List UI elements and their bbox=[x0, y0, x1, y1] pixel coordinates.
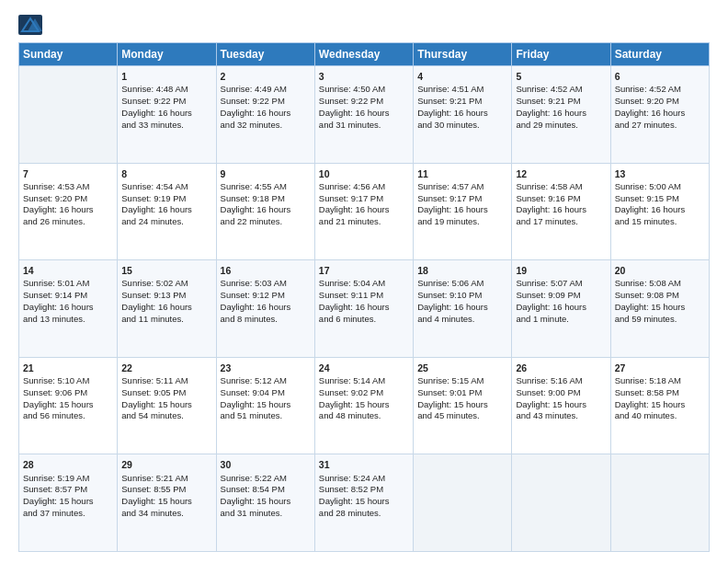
cell-info-line: Sunrise: 5:16 AM bbox=[516, 375, 606, 387]
day-number: 15 bbox=[121, 264, 211, 277]
cell-info-line: Sunrise: 4:58 AM bbox=[516, 181, 606, 193]
col-header-sunday: Sunday bbox=[19, 43, 118, 66]
cell-info-line: and 54 minutes. bbox=[121, 410, 211, 422]
cell-info-line: Sunset: 9:17 PM bbox=[319, 193, 409, 205]
cell-info-line: and 59 minutes. bbox=[615, 314, 705, 326]
cell-info-line: Daylight: 16 hours bbox=[417, 302, 507, 314]
cell-info-line: Daylight: 15 hours bbox=[319, 399, 409, 411]
cell-5-6 bbox=[512, 454, 610, 552]
cell-5-5 bbox=[414, 454, 512, 552]
cell-1-6: 5Sunrise: 4:52 AMSunset: 9:21 PMDaylight… bbox=[512, 66, 610, 164]
cell-4-3: 23Sunrise: 5:12 AMSunset: 9:04 PMDayligh… bbox=[216, 357, 314, 454]
cell-info-line: Sunrise: 4:53 AM bbox=[23, 181, 113, 193]
day-number: 7 bbox=[23, 167, 113, 180]
cell-info-line: Sunset: 9:17 PM bbox=[417, 193, 507, 205]
week-row-3: 14Sunrise: 5:01 AMSunset: 9:14 PMDayligh… bbox=[19, 260, 710, 358]
col-header-monday: Monday bbox=[118, 43, 216, 66]
day-number: 12 bbox=[516, 167, 606, 180]
cell-info-line: and 51 minutes. bbox=[221, 410, 311, 422]
cell-info-line: Sunrise: 4:52 AM bbox=[615, 84, 705, 96]
col-header-wednesday: Wednesday bbox=[314, 43, 413, 66]
cell-info-line: Sunset: 9:15 PM bbox=[615, 193, 705, 205]
calendar-body: 1Sunrise: 4:48 AMSunset: 9:22 PMDaylight… bbox=[19, 66, 710, 552]
day-number: 10 bbox=[319, 167, 409, 180]
cell-info-line: Sunrise: 5:02 AM bbox=[121, 278, 211, 290]
col-header-friday: Friday bbox=[512, 43, 610, 66]
cell-2-1: 7Sunrise: 4:53 AMSunset: 9:20 PMDaylight… bbox=[19, 163, 118, 260]
col-header-thursday: Thursday bbox=[414, 43, 512, 66]
cell-info-line: Daylight: 16 hours bbox=[516, 204, 606, 216]
cell-1-2: 1Sunrise: 4:48 AMSunset: 9:22 PMDaylight… bbox=[118, 66, 216, 164]
cell-info-line: and 1 minute. bbox=[516, 314, 606, 326]
cell-info-line: Daylight: 15 hours bbox=[121, 399, 211, 411]
cell-3-1: 14Sunrise: 5:01 AMSunset: 9:14 PMDayligh… bbox=[19, 260, 118, 358]
cell-info-line: Sunrise: 5:07 AM bbox=[516, 278, 606, 290]
day-number: 3 bbox=[319, 70, 409, 83]
day-number: 26 bbox=[516, 362, 606, 374]
cell-info-line: Sunrise: 5:15 AM bbox=[417, 375, 507, 387]
cell-info-line: Sunset: 9:19 PM bbox=[121, 193, 211, 205]
cell-3-3: 16Sunrise: 5:03 AMSunset: 9:12 PMDayligh… bbox=[216, 260, 314, 358]
calendar-table: SundayMondayTuesdayWednesdayThursdayFrid… bbox=[18, 42, 710, 552]
week-row-1: 1Sunrise: 4:48 AMSunset: 9:22 PMDaylight… bbox=[19, 66, 710, 164]
day-number: 4 bbox=[417, 70, 507, 83]
cell-info-line: Sunrise: 5:00 AM bbox=[615, 181, 705, 193]
cell-info-line: and 43 minutes. bbox=[516, 410, 606, 422]
logo bbox=[18, 15, 44, 35]
cell-info-line: Sunrise: 4:56 AM bbox=[319, 181, 409, 193]
day-number: 30 bbox=[221, 458, 311, 471]
cell-info-line: and 8 minutes. bbox=[221, 314, 311, 326]
day-number: 5 bbox=[516, 70, 606, 83]
cell-info-line: Sunset: 9:09 PM bbox=[516, 290, 606, 302]
day-number: 19 bbox=[516, 264, 606, 277]
cell-info-line: Sunset: 9:06 PM bbox=[23, 387, 113, 399]
day-number: 24 bbox=[319, 362, 409, 374]
cell-info-line: Sunrise: 4:54 AM bbox=[121, 181, 211, 193]
cell-info-line: and 40 minutes. bbox=[615, 410, 705, 422]
logo-icon bbox=[18, 15, 42, 35]
cell-info-line: Daylight: 16 hours bbox=[319, 204, 409, 216]
cell-info-line: Sunrise: 5:22 AM bbox=[221, 473, 311, 485]
cell-info-line: and 11 minutes. bbox=[121, 314, 211, 326]
cell-info-line: Daylight: 16 hours bbox=[121, 108, 211, 120]
cell-info-line: Sunrise: 5:08 AM bbox=[615, 278, 705, 290]
cell-info-line: Daylight: 16 hours bbox=[319, 302, 409, 314]
week-row-4: 21Sunrise: 5:10 AMSunset: 9:06 PMDayligh… bbox=[19, 357, 710, 454]
cell-info-line: Daylight: 16 hours bbox=[121, 302, 211, 314]
cell-info-line: and 26 minutes. bbox=[23, 216, 113, 228]
day-number: 28 bbox=[23, 458, 113, 471]
day-number: 6 bbox=[615, 70, 705, 83]
cell-info-line: Sunset: 9:13 PM bbox=[121, 290, 211, 302]
cell-5-7 bbox=[610, 454, 709, 552]
cell-info-line: Sunset: 9:05 PM bbox=[121, 387, 211, 399]
cell-info-line: Sunrise: 5:21 AM bbox=[121, 473, 211, 485]
cell-4-5: 25Sunrise: 5:15 AMSunset: 9:01 PMDayligh… bbox=[414, 357, 512, 454]
cell-1-4: 3Sunrise: 4:50 AMSunset: 9:22 PMDaylight… bbox=[314, 66, 413, 164]
cell-5-1: 28Sunrise: 5:19 AMSunset: 8:57 PMDayligh… bbox=[19, 454, 118, 552]
cell-info-line: Sunrise: 4:57 AM bbox=[417, 181, 507, 193]
day-number: 31 bbox=[319, 458, 409, 471]
header-row: SundayMondayTuesdayWednesdayThursdayFrid… bbox=[19, 43, 710, 66]
cell-info-line: Sunset: 8:52 PM bbox=[319, 484, 409, 496]
cell-info-line: Daylight: 16 hours bbox=[516, 108, 606, 120]
cell-info-line: Daylight: 15 hours bbox=[516, 399, 606, 411]
cell-info-line: Daylight: 16 hours bbox=[221, 204, 311, 216]
cell-info-line: Daylight: 16 hours bbox=[221, 302, 311, 314]
cell-info-line: Sunrise: 5:10 AM bbox=[23, 375, 113, 387]
cell-info-line: Sunrise: 5:03 AM bbox=[221, 278, 311, 290]
cell-info-line: Sunset: 9:14 PM bbox=[23, 290, 113, 302]
cell-info-line: and 33 minutes. bbox=[121, 120, 211, 132]
week-row-5: 28Sunrise: 5:19 AMSunset: 8:57 PMDayligh… bbox=[19, 454, 710, 552]
cell-info-line: and 31 minutes. bbox=[319, 120, 409, 132]
cell-info-line: Daylight: 15 hours bbox=[23, 496, 113, 508]
cell-info-line: Sunrise: 5:04 AM bbox=[319, 278, 409, 290]
col-header-saturday: Saturday bbox=[610, 43, 709, 66]
cell-3-5: 18Sunrise: 5:06 AMSunset: 9:10 PMDayligh… bbox=[414, 260, 512, 358]
cell-4-1: 21Sunrise: 5:10 AMSunset: 9:06 PMDayligh… bbox=[19, 357, 118, 454]
cell-2-4: 10Sunrise: 4:56 AMSunset: 9:17 PMDayligh… bbox=[314, 163, 413, 260]
cell-info-line: Sunset: 9:04 PM bbox=[221, 387, 311, 399]
cell-2-2: 8Sunrise: 4:54 AMSunset: 9:19 PMDaylight… bbox=[118, 163, 216, 260]
cell-1-5: 4Sunrise: 4:51 AMSunset: 9:21 PMDaylight… bbox=[414, 66, 512, 164]
cell-info-line: Sunset: 9:22 PM bbox=[319, 96, 409, 108]
cell-info-line: Daylight: 16 hours bbox=[121, 204, 211, 216]
